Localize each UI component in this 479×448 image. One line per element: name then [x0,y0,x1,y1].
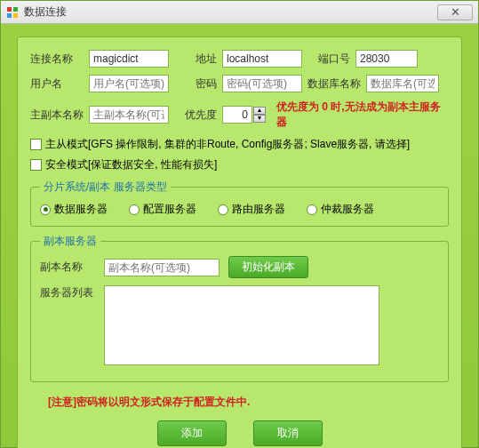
replica-name-input[interactable] [89,106,169,124]
username-label: 用户名 [30,76,84,92]
safe-mode-label: 安全模式[保证数据安全, 性能有损失] [45,157,217,172]
radio-label: 路由服务器 [232,202,285,217]
title-bar: 数据连接 ✕ [1,1,478,24]
svg-rect-1 [13,7,18,12]
priority-down-icon[interactable]: ▼ [253,115,266,123]
window-title: 数据连接 [24,4,437,20]
connection-name-input[interactable] [89,50,169,68]
replica-sub-name-input[interactable] [104,259,220,276]
radio-label: 仲裁服务器 [321,202,374,217]
app-icon [6,6,19,19]
address-label: 地址 [174,52,217,67]
init-replica-button[interactable]: 初始化副本 [228,256,308,278]
dbname-input[interactable] [366,75,439,92]
radio-data-server[interactable]: 数据服务器 [40,202,108,217]
port-input[interactable] [355,50,418,68]
radio-config-server[interactable]: 配置服务器 [129,202,196,217]
priority-input[interactable] [222,106,252,124]
radio-arbiter-server[interactable]: 仲裁服务器 [307,202,374,217]
radio-label: 数据服务器 [54,202,108,217]
replica-name-label: 主副本名称 [30,108,84,123]
shard-type-group: 分片系统/副本 服务器类型 数据服务器 配置服务器 路由服务器 [30,180,449,227]
svg-rect-3 [13,13,18,18]
port-label: 端口号 [307,52,350,67]
dbname-label: 数据库名称 [307,76,361,92]
address-input[interactable] [222,50,302,68]
password-input[interactable] [222,75,302,92]
safe-mode-checkbox[interactable] [30,159,42,171]
master-slave-checkbox[interactable] [30,139,42,150]
username-input[interactable] [89,75,169,92]
replica-server-group: 副本服务器 副本名称 初始化副本 服务器列表 [30,234,449,382]
priority-warning: 优先度为 0 时,无法成为副本主服务器 [276,100,449,130]
connection-name-label: 连接名称 [30,52,84,67]
dialog-body: 连接名称 地址 端口号 用户名 密码 数据库名称 主副本名称 优先度 [1,24,478,448]
password-warning-note: [注意]密码将以明文形式保存于配置文件中. [48,395,449,410]
main-panel: 连接名称 地址 端口号 用户名 密码 数据库名称 主副本名称 优先度 [17,36,462,448]
cancel-button[interactable]: 取消 [253,420,323,446]
master-slave-label: 主从模式[GFS 操作限制, 集群的非Route, Config服务器; Sla… [45,137,410,152]
server-list-label: 服务器列表 [40,285,95,300]
priority-stepper[interactable]: ▲ ▼ [222,106,266,124]
replica-sub-name-label: 副本名称 [40,260,95,275]
priority-label: 优先度 [174,108,217,123]
shard-type-legend: 分片系统/副本 服务器类型 [40,180,171,195]
server-list-textarea[interactable] [104,285,379,365]
footer-buttons: 添加 取消 [30,420,449,446]
radio-label: 配置服务器 [143,202,196,217]
radio-route-server[interactable]: 路由服务器 [218,202,285,217]
svg-rect-2 [7,13,12,18]
dialog-window: 数据连接 ✕ 连接名称 地址 端口号 用户名 密码 数据库名称 主副本名 [0,0,479,448]
priority-up-icon[interactable]: ▲ [253,107,266,115]
svg-rect-0 [7,7,12,12]
close-button[interactable]: ✕ [437,4,473,20]
password-label: 密码 [174,76,217,92]
replica-server-legend: 副本服务器 [40,234,100,249]
add-button[interactable]: 添加 [157,420,227,446]
